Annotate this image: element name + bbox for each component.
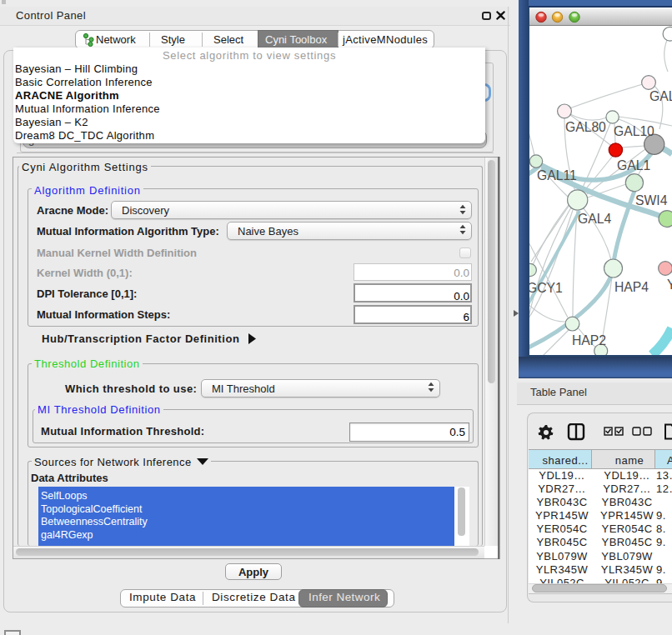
svg-text:GAL80: GAL80 (565, 120, 606, 134)
svg-text:Y: Y (667, 278, 672, 292)
svg-text:GCY1: GCY1 (529, 281, 563, 295)
svg-text:HAP2: HAP2 (572, 333, 606, 348)
svg-text:HAP4: HAP4 (614, 280, 649, 294)
svg-text:SWI4: SWI4 (635, 193, 668, 208)
svg-text:GAL10: GAL10 (614, 124, 654, 138)
svg-text:GAL4: GAL4 (578, 212, 611, 226)
svg-text:GAL1: GAL1 (617, 158, 650, 172)
svg-text:GAL: GAL (649, 89, 672, 103)
svg-text:GAL11: GAL11 (537, 168, 577, 182)
